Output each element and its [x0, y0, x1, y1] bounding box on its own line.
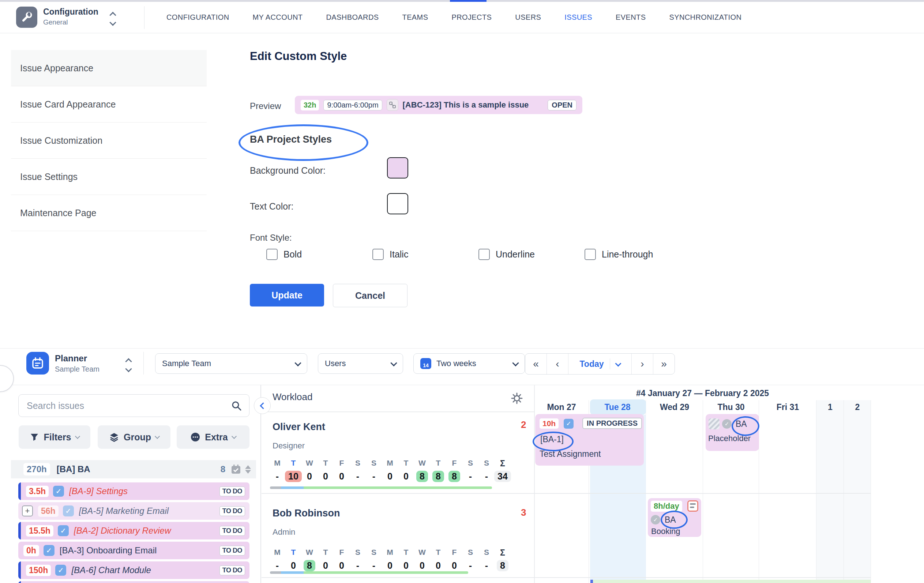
day-value-cell: 0: [382, 471, 398, 482]
nav-item-users[interactable]: USERS: [515, 13, 541, 21]
today-button[interactable]: Today: [568, 354, 632, 374]
day-header-fri-31[interactable]: Fri 31: [759, 402, 817, 412]
sidebar-collapse-handle[interactable]: [0, 365, 14, 392]
checkbox-underline[interactable]: [478, 249, 490, 260]
jump-back-button[interactable]: «: [525, 354, 547, 374]
sidebar-item-issue-appearance[interactable]: Issue Appearance: [11, 50, 207, 86]
app-title: Configuration: [43, 7, 98, 17]
nav-item-projects[interactable]: PROJECTS: [451, 13, 492, 21]
issue-color-bar: [18, 483, 21, 500]
planner-app-icon[interactable]: [26, 352, 49, 374]
jump-forward-button[interactable]: »: [653, 354, 675, 374]
day-value-cell: -: [462, 560, 478, 571]
user-row-divider: [262, 493, 871, 494]
collapse-panel-button[interactable]: [254, 397, 271, 414]
nav-item-configuration[interactable]: CONFIGURATION: [167, 13, 229, 21]
day-header-tue-28[interactable]: Tue 28: [589, 402, 646, 412]
issue-row-2[interactable]: +56h✓[BA-5] Marketing EmailTO DO: [18, 502, 249, 520]
background-color-swatch[interactable]: [387, 157, 408, 178]
nav-item-dashboards[interactable]: DASHBOARDS: [326, 13, 379, 21]
font-option-bold[interactable]: Bold: [266, 249, 302, 260]
day-header-mon-27[interactable]: Mon 27: [534, 402, 589, 412]
panel-divider[interactable]: [261, 385, 261, 583]
sidebar-item-issue-card-appearance[interactable]: Issue Card Appearance: [11, 86, 207, 122]
day-header-1[interactable]: 1: [817, 402, 844, 412]
nav-item-issues[interactable]: ISSUES: [564, 13, 592, 21]
configuration-app-icon[interactable]: [16, 7, 37, 28]
checkbox-icon[interactable]: ✓: [43, 545, 54, 556]
timeline-left-border: [534, 385, 535, 583]
nav-item-events[interactable]: EVENTS: [615, 13, 646, 21]
issue-row-1[interactable]: 3.5h✓[BA-9] SettingsTO DO: [18, 483, 249, 500]
nav-item-synchronization[interactable]: SYNCHRONIZATION: [669, 13, 741, 21]
checkbox-icon[interactable]: ✓: [58, 525, 69, 536]
progress-segment: [270, 486, 281, 489]
day-value-cell: 0: [317, 471, 333, 482]
planner-switcher-chevrons[interactable]: [126, 358, 131, 373]
filters-button[interactable]: Filters: [19, 425, 90, 449]
font-option-label: Line-through: [602, 249, 653, 260]
day-letter: W: [414, 548, 430, 558]
checkbox-line-through[interactable]: [584, 249, 596, 260]
day-value-cell: -: [350, 471, 366, 482]
gear-icon[interactable]: [511, 392, 523, 405]
sort-toggle[interactable]: [245, 465, 251, 474]
sidebar-item-issue-customization[interactable]: Issue Customization: [11, 122, 207, 159]
day-letter: Σ: [495, 459, 511, 469]
checkbox-icon[interactable]: ✓: [564, 419, 574, 429]
sidebar-item-issue-settings[interactable]: Issue Settings: [11, 159, 207, 195]
annotation-ellipse: [661, 511, 688, 529]
calendar-14-icon: 14: [420, 358, 431, 369]
chevron-down-icon: [231, 434, 237, 439]
checkbox-icon[interactable]: ✓: [63, 506, 74, 516]
day-header-thu-30[interactable]: Thu 30: [703, 402, 759, 412]
sidebar-item-maintenance-page[interactable]: Maintenance Page: [11, 195, 207, 231]
day-value-cell: 0: [398, 560, 414, 571]
nav-item-teams[interactable]: TEAMS: [403, 13, 428, 21]
text-color-swatch[interactable]: [387, 193, 408, 214]
next-button[interactable]: ›: [632, 354, 653, 374]
update-button[interactable]: Update: [250, 284, 324, 306]
group-title: [BA] BA: [57, 464, 221, 474]
progress-segment: [281, 486, 304, 489]
issue-row-3[interactable]: 15.5h✓[BA-2] Dictionary ReviewTO DO: [18, 522, 249, 540]
range-select[interactable]: 14 Two weeks: [413, 353, 525, 374]
day-value: 0: [323, 471, 328, 482]
calendar-check-icon[interactable]: [231, 464, 241, 475]
issue-hours-badge: 15.5h: [26, 525, 53, 537]
issue-row-partial[interactable]: [18, 581, 249, 583]
issue-color-bar: [18, 581, 21, 583]
nav-item-my-account[interactable]: MY ACCOUNT: [253, 13, 303, 21]
font-option-underline[interactable]: Underline: [478, 249, 535, 260]
card-hours-badge: 8h/day: [651, 501, 682, 512]
day-header-wed-29[interactable]: Wed 29: [646, 402, 703, 412]
day-letter: T: [317, 548, 333, 558]
cancel-button[interactable]: Cancel: [333, 284, 408, 307]
group-button[interactable]: Group: [98, 425, 170, 449]
font-option-line-through[interactable]: Line-through: [584, 249, 653, 260]
issue-status-badge: TO DO: [219, 506, 245, 516]
checkbox-italic[interactable]: [372, 249, 384, 260]
day-letters-row: MTWTFSSMTWTFSSΣ: [269, 459, 514, 469]
project-group-row[interactable]: 270h [BA] BA 8: [11, 460, 256, 478]
day-value-cell: 0: [285, 560, 302, 571]
day-letter: S: [478, 548, 495, 558]
checkbox-bold[interactable]: [266, 249, 278, 260]
issue-row-5[interactable]: 150h✓[BA-6] Chart ModuleTO DO: [18, 562, 249, 579]
search-input[interactable]: [26, 400, 231, 412]
issue-status-badge: TO DO: [219, 546, 245, 555]
day-header-2[interactable]: 2: [844, 402, 871, 412]
font-option-italic[interactable]: Italic: [372, 249, 408, 260]
app-switcher-chevrons[interactable]: [111, 12, 115, 26]
expand-icon[interactable]: +: [22, 506, 33, 516]
issue-row-4[interactable]: 0h✓[BA-3] Onboarding EmailTO DO: [18, 542, 249, 559]
extra-button[interactable]: Extra: [177, 425, 249, 449]
search-icon[interactable]: [231, 400, 242, 411]
day-values-row: -0800--00000--8: [269, 560, 514, 571]
checkbox-icon[interactable]: ✓: [53, 486, 64, 497]
checkbox-icon[interactable]: ✓: [55, 565, 66, 576]
prev-button[interactable]: ‹: [547, 354, 568, 374]
view-mode-select[interactable]: Users: [318, 353, 403, 374]
team-select[interactable]: Sample Team: [155, 353, 307, 374]
user-role: Designer: [272, 441, 305, 451]
